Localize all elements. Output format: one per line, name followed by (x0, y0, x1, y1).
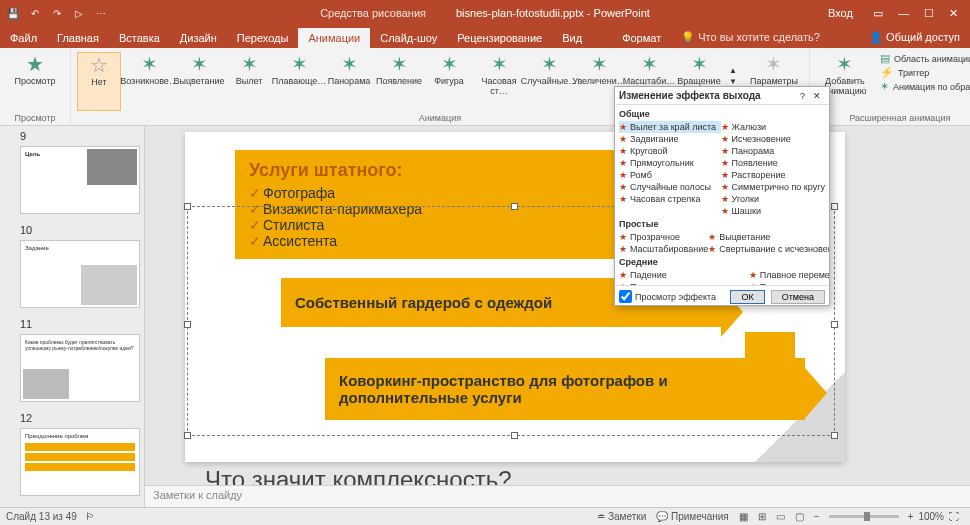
effect-item[interactable]: ★Плавное перемещение вниз (619, 281, 749, 285)
thumb-12[interactable]: Преодоление проблем (20, 428, 140, 496)
normal-view-icon[interactable]: ▦ (734, 511, 753, 522)
effect-item[interactable]: ★Плавное перемещение вверх (749, 269, 829, 281)
anim-appear[interactable]: ✶Возникнове… (127, 52, 171, 111)
effect-item[interactable]: ★Круговой (619, 145, 721, 157)
trigger-button[interactable]: ⚡Триггер (880, 66, 970, 79)
effect-item[interactable]: ★Панорама (721, 145, 825, 157)
maximize-icon[interactable]: ☐ (918, 7, 940, 19)
effect-item[interactable]: ★Прямоугольник (619, 157, 721, 169)
effect-item[interactable]: ★Исчезновение (721, 133, 825, 145)
dialog-close-icon[interactable]: ✕ (809, 91, 825, 101)
tab-view[interactable]: Вид (552, 28, 592, 48)
close-icon[interactable]: ✕ (943, 7, 964, 19)
tab-home[interactable]: Главная (47, 28, 109, 48)
trigger-icon: ⚡ (880, 66, 894, 79)
title-bar: 💾 ↶ ↷ ▷ ⋯ Средства рисования bisnes-plan… (0, 0, 970, 26)
slide-editor[interactable]: Услуги штатного: Фотографа Визажиста-пар… (145, 126, 970, 507)
effect-item[interactable]: ★Симметрично по кругу (721, 181, 825, 193)
lang-indicator[interactable]: 🏳 (77, 511, 103, 522)
animation-painter-button[interactable]: ✶Анимация по образцу (880, 80, 970, 93)
animation-pane-button[interactable]: ▤Область анимации (880, 52, 970, 65)
effect-item[interactable]: ★Вылет за край листа (619, 121, 721, 133)
preview-button[interactable]: ★ Просмотр (6, 52, 64, 111)
star-icon: ★ (749, 270, 757, 280)
thumb-11[interactable]: Какие проблемы будет препятствовать успе… (20, 334, 140, 402)
anim-flyin[interactable]: ✶Вылет (227, 52, 271, 111)
save-icon[interactable]: 💾 (6, 6, 20, 20)
dialog-body[interactable]: Общие ★Вылет за край листа ★Задвигание ★… (615, 105, 829, 285)
star-icon: ✶ (391, 52, 408, 76)
ok-button[interactable]: ОК (730, 290, 764, 304)
cancel-button[interactable]: Отмена (771, 290, 825, 304)
dialog-help-icon[interactable]: ? (796, 91, 809, 101)
slide-thumbnails[interactable]: 9Цель 10Задание 11Какие проблемы будет п… (0, 126, 145, 507)
anim-wheel[interactable]: ✶Часовая ст… (477, 52, 521, 111)
preview-checkbox[interactable]: Просмотр эффекта (619, 290, 724, 303)
notes-pane[interactable]: Заметки к слайду (145, 485, 970, 507)
star-icon: ✶ (441, 52, 458, 76)
fit-to-window-icon[interactable]: ⛶ (944, 511, 964, 522)
tab-format[interactable]: Формат (612, 28, 671, 48)
tab-review[interactable]: Рецензирование (447, 28, 552, 48)
effect-item[interactable]: ★Поворот вокруг центра (749, 281, 829, 285)
tab-file[interactable]: Файл (0, 28, 47, 48)
zoom-out-button[interactable]: − (809, 511, 825, 522)
effect-item[interactable]: ★Появление (721, 157, 825, 169)
zoom-in-button[interactable]: + (903, 511, 919, 522)
tell-me[interactable]: 💡 Что вы хотите сделать? (671, 27, 830, 48)
effect-item[interactable]: ★Уголки (721, 193, 825, 205)
star-icon: ★ (619, 182, 627, 192)
tab-animations[interactable]: Анимации (298, 28, 370, 48)
effect-item[interactable]: ★Растворение (721, 169, 825, 181)
zoom-value[interactable]: 100% (918, 511, 944, 522)
comments-button[interactable]: 💬 Примечания (651, 511, 734, 522)
star-icon: ★ (619, 282, 627, 285)
effect-item[interactable]: ★Задвигание (619, 133, 721, 145)
tab-design[interactable]: Дизайн (170, 28, 227, 48)
slideshow-view-icon[interactable]: ▢ (790, 511, 809, 522)
anim-split[interactable]: ✶Панорама (327, 52, 371, 111)
effect-item[interactable]: ★Случайные полосы (619, 181, 721, 193)
status-bar: Слайд 13 из 49 🏳 ≐ Заметки 💬 Примечания … (0, 507, 970, 525)
anim-wipe[interactable]: ✶Появление (377, 52, 421, 111)
qat-more-icon[interactable]: ⋯ (94, 6, 108, 20)
effect-item[interactable]: ★Выцветание (708, 231, 829, 243)
notes-button[interactable]: ≐ Заметки (592, 511, 651, 522)
zoom-slider[interactable] (829, 515, 899, 518)
effect-item[interactable]: ★Часовая стрелка (619, 193, 721, 205)
add-anim-icon: ✶ (836, 52, 853, 76)
undo-icon[interactable]: ↶ (28, 6, 42, 20)
slide-counter[interactable]: Слайд 13 из 49 (6, 511, 77, 522)
sorter-view-icon[interactable]: ⊞ (753, 511, 771, 522)
tab-slideshow[interactable]: Слайд-шоу (370, 28, 447, 48)
thumb-10[interactable]: Задание (20, 240, 140, 308)
login-link[interactable]: Вход (828, 7, 853, 19)
effect-item[interactable]: ★Падение (619, 269, 749, 281)
start-slideshow-icon[interactable]: ▷ (72, 6, 86, 20)
anim-fade[interactable]: ✶Выцветание (177, 52, 221, 111)
preview-icon: ★ (26, 52, 44, 76)
anim-shape[interactable]: ✶Фигура (427, 52, 471, 111)
effect-item[interactable]: ★Шашки (721, 205, 825, 217)
ribbon-options-icon[interactable]: ▭ (867, 7, 889, 19)
effect-item[interactable]: ★Прозрачное (619, 231, 708, 243)
anim-float[interactable]: ✶Плавающе… (277, 52, 321, 111)
effect-item[interactable]: ★Масштабирование (619, 243, 708, 255)
star-icon: ★ (721, 158, 729, 168)
star-icon: ★ (619, 194, 627, 204)
minimize-icon[interactable]: ― (892, 7, 915, 19)
reading-view-icon[interactable]: ▭ (771, 511, 790, 522)
effect-item[interactable]: ★Свертывание с исчезновением (708, 243, 829, 255)
dialog-titlebar[interactable]: Изменение эффекта выхода ? ✕ (615, 87, 829, 105)
effect-item[interactable]: ★Ромб (619, 169, 721, 181)
tab-transitions[interactable]: Переходы (227, 28, 299, 48)
star-icon: ★ (721, 134, 729, 144)
group-advanced-label: Расширенная анимация (816, 111, 970, 123)
share-button[interactable]: 👤 Общий доступ (859, 27, 970, 48)
tab-insert[interactable]: Вставка (109, 28, 170, 48)
effect-item[interactable]: ★Жалюзи (721, 121, 825, 133)
anim-none[interactable]: ☆Нет (77, 52, 121, 111)
anim-random[interactable]: ✶Случайные… (527, 52, 571, 111)
redo-icon[interactable]: ↷ (50, 6, 64, 20)
thumb-9[interactable]: Цель (20, 146, 140, 214)
